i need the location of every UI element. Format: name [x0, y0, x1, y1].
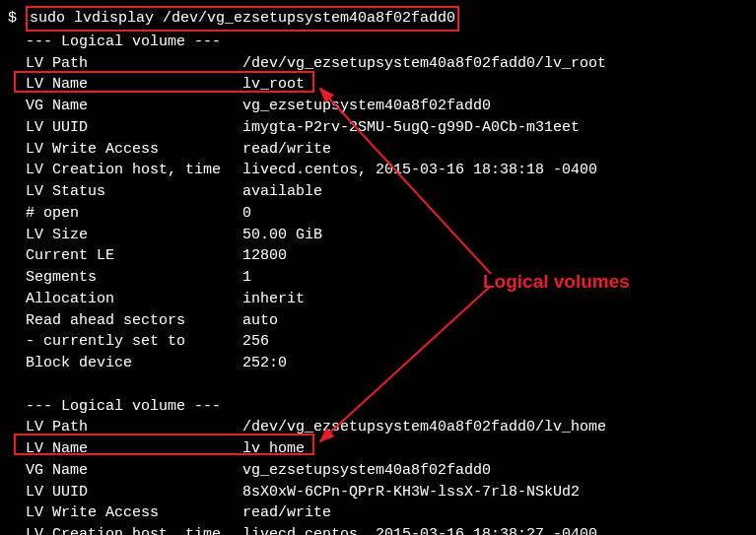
row-key: Allocation	[26, 289, 242, 310]
table-row: LV Statusavailable	[8, 181, 748, 203]
row-value: 50.00 GiB	[242, 225, 322, 246]
blank-line	[8, 374, 748, 396]
row-value: available	[242, 181, 322, 203]
row-value: read/write	[242, 502, 331, 524]
row-value: /dev/vg_ezsetupsystem40a8f02fadd0/lv_hom…	[242, 417, 606, 438]
row-value: vg_ezsetupsystem40a8f02fadd0	[242, 460, 491, 482]
row-value: lv_root	[242, 74, 305, 96]
table-row: LV Namelv_root	[8, 74, 748, 96]
row-key: LV Creation host, time	[26, 160, 242, 181]
row-value: inherit	[242, 289, 305, 310]
row-value: 12800	[242, 245, 287, 267]
lv1-rows: LV Path/dev/vg_ezsetupsystem40a8f02fadd0…	[8, 53, 748, 374]
row-key: LV Size	[26, 225, 242, 246]
table-row: Read ahead sectorsauto	[8, 310, 748, 332]
row-value: auto	[242, 310, 278, 332]
table-row: VG Namevg_ezsetupsystem40a8f02fadd0	[8, 460, 748, 482]
lv2-rows: LV Path/dev/vg_ezsetupsystem40a8f02fadd0…	[8, 417, 748, 535]
prompt-symbol: $	[8, 10, 17, 27]
row-key: LV Status	[26, 181, 242, 203]
table-row: LV Path/dev/vg_ezsetupsystem40a8f02fadd0…	[8, 417, 748, 438]
row-key: - currently set to	[26, 331, 242, 353]
terminal-prompt-line: $ sudo lvdisplay /dev/vg_ezsetupsystem40…	[8, 6, 748, 32]
row-key: Read ahead sectors	[26, 310, 242, 332]
table-row: LV Size50.00 GiB	[8, 225, 748, 246]
row-value: lv_home	[242, 438, 305, 460]
table-row: LV Write Accessread/write	[8, 502, 748, 524]
table-row: - currently set to256	[8, 331, 748, 353]
table-row: Current LE12800	[8, 245, 748, 267]
command-text: sudo lvdisplay /dev/vg_ezsetupsystem40a8…	[30, 10, 455, 27]
row-key: LV Path	[26, 417, 242, 438]
table-row: Segments1	[8, 267, 748, 289]
table-row: LV Namelv_home	[8, 438, 748, 460]
row-key: LV Write Access	[26, 502, 242, 524]
row-key: LV UUID	[26, 482, 242, 503]
row-key: LV Path	[26, 53, 242, 75]
table-row: LV UUIDimygta-P2rv-2SMU-5ugQ-g99D-A0Cb-m…	[8, 117, 748, 139]
row-value: livecd.centos, 2015-03-16 18:38:18 -0400	[242, 160, 597, 181]
row-value: livecd.centos, 2015-03-16 18:38:27 -0400	[242, 524, 597, 535]
lv2-header: --- Logical volume ---	[8, 396, 748, 418]
annotation-label: Logical volumes	[483, 268, 630, 296]
row-value: 256	[242, 331, 269, 353]
table-row: # open0	[8, 203, 748, 225]
table-row: Allocationinherit	[8, 289, 748, 310]
row-key: # open	[26, 203, 242, 225]
row-value: vg_ezsetupsystem40a8f02fadd0	[242, 96, 491, 117]
table-row: LV Path/dev/vg_ezsetupsystem40a8f02fadd0…	[8, 53, 748, 75]
row-key: LV Creation host, time	[26, 524, 242, 535]
table-row: VG Namevg_ezsetupsystem40a8f02fadd0	[8, 96, 748, 117]
table-row: LV Creation host, timelivecd.centos, 201…	[8, 524, 748, 535]
row-key: VG Name	[26, 460, 242, 482]
table-row: Block device252:0	[8, 353, 748, 374]
row-key: VG Name	[26, 96, 242, 117]
row-key: LV UUID	[26, 117, 242, 139]
row-value: 1	[242, 267, 251, 289]
row-value: 8sX0xW-6CPn-QPrR-KH3W-lssX-7rl8-NSkUd2	[242, 482, 580, 503]
table-row: LV UUID8sX0xW-6CPn-QPrR-KH3W-lssX-7rl8-N…	[8, 482, 748, 503]
row-value: 0	[242, 203, 251, 225]
row-value: read/write	[242, 139, 331, 161]
row-key: LV Write Access	[26, 139, 242, 161]
row-value: imygta-P2rv-2SMU-5ugQ-g99D-A0Cb-m31eet	[242, 117, 580, 139]
row-key: LV Name	[26, 74, 242, 96]
row-key: Current LE	[26, 245, 242, 267]
row-value: /dev/vg_ezsetupsystem40a8f02fadd0/lv_roo…	[242, 53, 606, 75]
table-row: LV Write Accessread/write	[8, 139, 748, 161]
table-row: LV Creation host, timelivecd.centos, 201…	[8, 160, 748, 181]
row-key: Block device	[26, 353, 242, 374]
row-key: LV Name	[26, 438, 242, 460]
lv1-header: --- Logical volume ---	[8, 32, 748, 53]
row-key: Segments	[26, 267, 242, 289]
row-value: 252:0	[242, 353, 287, 374]
command-highlight-box: sudo lvdisplay /dev/vg_ezsetupsystem40a8…	[26, 6, 459, 32]
